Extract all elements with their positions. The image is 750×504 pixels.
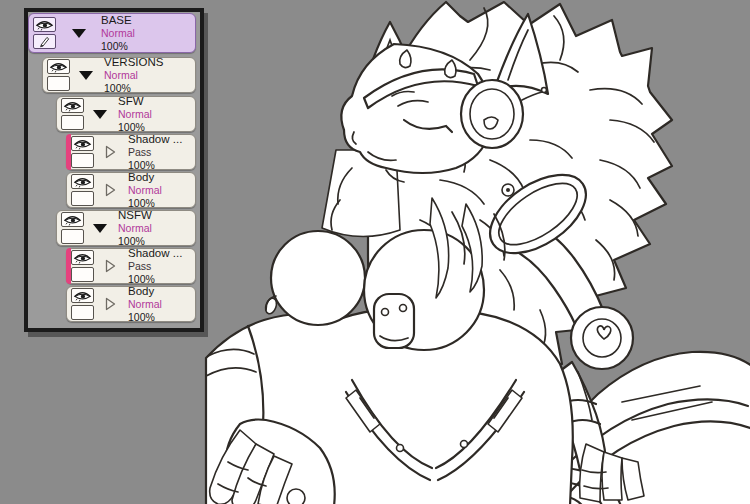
visibility-toggle[interactable] xyxy=(71,250,94,265)
layer-mode: Normal xyxy=(104,70,163,81)
layer-row-nsfw-shadow[interactable]: Shadow ... Pass 100% xyxy=(66,248,196,284)
layer-opacity: 100% xyxy=(128,312,162,323)
layer-row-versions[interactable]: VERSIONS Normal 100% xyxy=(42,57,196,93)
visibility-toggle[interactable] xyxy=(71,136,94,151)
triangle-right-icon xyxy=(105,259,116,273)
expand-toggle[interactable] xyxy=(99,297,121,311)
eye-icon xyxy=(63,100,82,112)
eye-icon xyxy=(73,138,92,150)
blank-box[interactable] xyxy=(61,115,84,130)
visibility-toggle[interactable] xyxy=(71,288,94,303)
triangle-down-icon xyxy=(93,110,107,119)
layer-opacity: 100% xyxy=(101,41,135,52)
triangle-right-icon xyxy=(105,145,116,159)
collapse-toggle[interactable] xyxy=(68,29,90,38)
layer-name: Shadow ... xyxy=(128,134,182,146)
visibility-toggle[interactable] xyxy=(47,59,70,74)
layer-name: Body xyxy=(128,172,162,184)
blank-box[interactable] xyxy=(71,191,94,206)
expand-toggle[interactable] xyxy=(99,259,121,273)
layer-opacity: 100% xyxy=(118,122,152,133)
layer-row-sfw[interactable]: SFW Normal 100% xyxy=(56,96,196,132)
layers-panel: BASE Normal 100% xyxy=(24,8,204,332)
app-canvas[interactable]: BASE Normal 100% xyxy=(0,0,750,504)
layer-mode: Normal xyxy=(128,299,162,310)
triangle-right-icon xyxy=(105,297,116,311)
eye-icon xyxy=(49,61,68,73)
eye-icon xyxy=(73,290,92,302)
layer-mode: Normal xyxy=(118,109,152,120)
blank-box[interactable] xyxy=(47,76,70,91)
pencil-icon xyxy=(38,35,51,48)
triangle-down-icon xyxy=(93,224,107,233)
layer-opacity: 100% xyxy=(128,274,182,285)
layer-name: NSFW xyxy=(118,210,152,222)
triangle-down-icon xyxy=(79,71,93,80)
edit-toggle[interactable] xyxy=(33,34,56,49)
layer-row-sfw-body[interactable]: Body Normal 100% xyxy=(66,172,196,208)
layer-row-nsfw[interactable]: NSFW Normal 100% xyxy=(56,210,196,246)
expand-toggle[interactable] xyxy=(99,183,121,197)
visibility-toggle[interactable] xyxy=(61,212,84,227)
layer-row-sfw-shadow[interactable]: Shadow ... Pass 100% xyxy=(66,134,196,170)
eye-icon xyxy=(63,214,82,226)
eye-icon xyxy=(73,176,92,188)
triangle-down-icon xyxy=(72,29,86,38)
visibility-toggle[interactable] xyxy=(61,98,84,113)
triangle-right-icon xyxy=(105,183,116,197)
clipping-stripe xyxy=(66,134,71,170)
collapse-toggle[interactable] xyxy=(75,71,97,80)
blank-box[interactable] xyxy=(71,305,94,320)
layer-opacity: 100% xyxy=(104,83,163,94)
layer-opacity: 100% xyxy=(118,236,152,247)
blank-box[interactable] xyxy=(61,229,84,244)
collapse-toggle[interactable] xyxy=(89,110,111,119)
layer-mode: Normal xyxy=(101,28,135,39)
layer-opacity: 100% xyxy=(128,198,162,209)
layer-mode: Normal xyxy=(128,185,162,196)
eye-icon xyxy=(35,19,54,31)
eye-icon xyxy=(73,252,92,264)
expand-toggle[interactable] xyxy=(99,145,121,159)
visibility-toggle[interactable] xyxy=(71,174,94,189)
blank-box[interactable] xyxy=(71,267,94,282)
clipping-stripe xyxy=(66,248,71,284)
layer-row-base[interactable]: BASE Normal 100% xyxy=(28,13,196,53)
layer-name: Shadow ... xyxy=(128,248,182,260)
layer-mode: Pass xyxy=(128,147,182,158)
collapse-toggle[interactable] xyxy=(89,224,111,233)
visibility-toggle[interactable] xyxy=(33,17,56,32)
layer-mode: Pass xyxy=(128,261,182,272)
layer-row-nsfw-body[interactable]: Body Normal 100% xyxy=(66,286,196,322)
blank-box[interactable] xyxy=(71,153,94,168)
layer-name: VERSIONS xyxy=(104,57,163,69)
layer-name: SFW xyxy=(118,96,152,108)
layer-mode: Normal xyxy=(118,223,152,234)
layer-name: Body xyxy=(128,286,162,298)
layer-name: BASE xyxy=(101,15,135,27)
layer-opacity: 100% xyxy=(128,160,182,171)
